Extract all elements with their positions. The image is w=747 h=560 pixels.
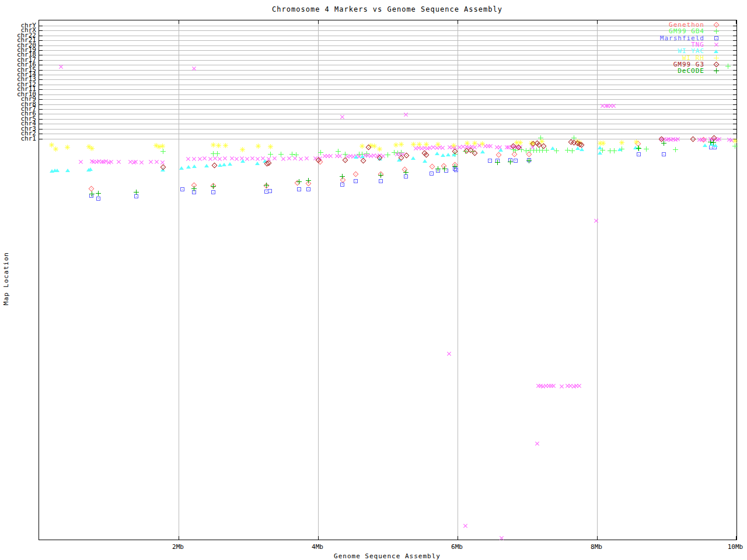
y-tick-left	[39, 75, 43, 75]
point-wi-yac	[354, 155, 358, 159]
chr-gridline	[39, 46, 736, 46]
star-cross-arm	[267, 143, 274, 150]
point-wi-yac	[423, 159, 427, 163]
data-point-marker	[714, 68, 719, 74]
point-marshfield	[96, 197, 100, 201]
star-cross-arm	[52, 145, 60, 153]
data-point-marker	[714, 50, 718, 53]
point-wi-rh	[465, 141, 470, 146]
y-tick-left	[39, 79, 43, 80]
x-tick-top	[597, 20, 598, 24]
point-wi-rh	[377, 146, 382, 152]
point-gm99-g3	[424, 152, 430, 158]
y-tick-right	[733, 46, 736, 46]
point-wi-rh	[240, 147, 245, 152]
star-cross-arm	[64, 144, 71, 151]
point-marshfield	[637, 152, 641, 156]
chr-gridline	[39, 119, 736, 120]
point-decode	[435, 166, 441, 172]
data-point-marker	[714, 55, 719, 61]
x-tick-bottom	[458, 536, 458, 540]
point-wi-yac	[228, 162, 232, 166]
chr-gridline	[39, 109, 736, 110]
point-wi-yac	[55, 169, 60, 172]
y-tick-right	[733, 70, 736, 71]
legend-entry-label: DeCODE	[678, 67, 704, 75]
legend-marker-icon	[704, 41, 728, 48]
y-tick-right	[733, 40, 736, 41]
point-decode	[661, 141, 666, 146]
chr-gridline	[39, 114, 736, 114]
y-tick-left	[39, 30, 43, 31]
point-tng	[498, 534, 506, 542]
x-axis-tick-label: 10Mb	[718, 543, 747, 551]
star-cross-arm	[471, 139, 479, 147]
y-tick-right	[733, 119, 736, 120]
y-tick-right	[733, 65, 736, 65]
point-wi-rh	[732, 138, 738, 144]
star-cross-arm	[222, 142, 229, 149]
point-wi-rh	[451, 143, 456, 148]
point-decode	[495, 160, 500, 165]
point-decode	[264, 183, 269, 188]
y-tick-right	[733, 94, 736, 95]
y-tick-right	[733, 79, 736, 80]
point-wi-rh	[268, 144, 273, 149]
point-wi-rh	[160, 144, 165, 149]
y-tick-left	[39, 65, 43, 65]
y-tick-left	[39, 119, 43, 120]
chr-gridline	[39, 134, 736, 134]
chr-gridline	[39, 26, 736, 26]
point-wi-yac	[204, 164, 209, 167]
point-decode	[711, 140, 716, 145]
point-genethon	[495, 152, 501, 158]
point-gm99-gb4	[160, 149, 166, 154]
data-point-marker	[713, 41, 720, 48]
point-wi-rh	[256, 144, 261, 149]
y-tick-right	[733, 109, 736, 110]
point-tng	[445, 350, 453, 358]
chr-gridline	[39, 65, 736, 65]
y-tick-left	[39, 89, 43, 90]
legend-marker-icon	[704, 61, 728, 68]
plot-area	[39, 20, 737, 540]
point-wi-rh	[634, 139, 639, 145]
point-wi-rh	[216, 143, 221, 148]
star-cross-arm	[215, 142, 222, 149]
y-tick-right	[733, 75, 736, 75]
mb-gridline	[597, 20, 598, 540]
star-cross-arm	[423, 141, 431, 148]
star-cross-arm	[88, 145, 96, 152]
y-tick-right	[733, 114, 736, 114]
point-decode	[508, 159, 513, 164]
star-cross-arm	[159, 142, 166, 150]
y-tick-right	[733, 50, 736, 51]
point-genethon	[430, 164, 435, 170]
point-tng	[592, 217, 600, 225]
point-gm99-gb4	[544, 148, 549, 153]
x-axis-tick-label: 2Mb	[160, 543, 196, 551]
point-tng	[462, 522, 469, 530]
point-decode	[89, 191, 95, 197]
point-decode	[636, 146, 641, 151]
point-wi-yac	[186, 165, 191, 169]
y-tick-left	[39, 109, 43, 110]
point-tng	[534, 440, 542, 447]
y-tick-right	[733, 30, 736, 31]
y-tick-right	[733, 55, 736, 55]
point-wi-rh	[223, 143, 228, 148]
chr-gridline	[39, 124, 736, 124]
point-decode	[296, 179, 302, 184]
star-cross-arm	[359, 142, 366, 150]
x-tick-bottom	[597, 536, 598, 540]
chr-gridline	[39, 40, 736, 41]
x-tick-top	[458, 20, 458, 24]
star-cross-arm	[255, 142, 263, 150]
point-gm99-gb4	[673, 147, 678, 152]
point-wi-yac	[498, 148, 503, 152]
x-tick-top	[318, 20, 319, 24]
x-axis-tick-label: 6Mb	[439, 543, 474, 551]
point-marshfield	[430, 172, 434, 176]
chr-gridline	[39, 104, 736, 105]
point-wi-rh	[65, 145, 70, 150]
